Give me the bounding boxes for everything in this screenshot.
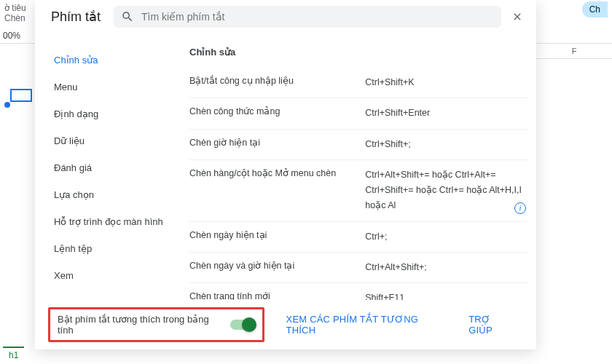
category-sidebar[interactable]: Chỉnh sửaMenuĐịnh dạngDữ liệuĐánh giáLựa… bbox=[51, 33, 176, 300]
sidebar-item[interactable]: Chỉnh sửa bbox=[51, 47, 170, 74]
spreadsheet-grid: F bbox=[536, 44, 612, 349]
sidebar-item[interactable]: Menu bbox=[51, 74, 170, 100]
shortcut-keys: Ctrl+Shift+Enter bbox=[365, 106, 527, 121]
shortcut-row: Chèn công thức mảngCtrl+Shift+Enter bbox=[189, 98, 527, 129]
info-icon[interactable]: i bbox=[514, 202, 526, 214]
dialog-body: Chỉnh sửaMenuĐịnh dạngDữ liệuĐánh giáLựa… bbox=[35, 33, 536, 300]
share-button-fragment[interactable]: Ch bbox=[582, 1, 608, 17]
shortcut-list[interactable]: Chỉnh sửa Bật/tắt công cụ nhập liệuCtrl+… bbox=[176, 33, 536, 300]
search-input[interactable] bbox=[141, 11, 494, 23]
keyboard-shortcuts-dialog: Phím tắt Chỉnh sửaMenuĐịnh dạngDữ liệuĐá… bbox=[35, 0, 536, 349]
shortcut-row: Chèn trang tính mớiShift+F11Alt+Shift+F1… bbox=[189, 283, 527, 300]
compat-toggle-label: Bật phím tắt tương thích trong bảng tính bbox=[58, 314, 223, 336]
sidebar-item[interactable]: Xem bbox=[51, 262, 170, 289]
shortcut-label: Chèn công thức mảng bbox=[189, 106, 365, 116]
shortcut-row: Chèn ngày và giờ hiện tạiCtrl+Alt+Shift+… bbox=[189, 253, 527, 283]
shortcut-keys: Ctrl+Alt+Shift+; bbox=[365, 260, 527, 275]
sidebar-item[interactable]: Dữ liệu bbox=[51, 127, 170, 154]
shortcut-keys: Ctrl+Alt+Shift+= hoặc Ctrl+Alt+=Ctrl+Shi… bbox=[365, 167, 527, 214]
compat-toggle[interactable] bbox=[230, 320, 254, 330]
cell-selection-handle[interactable] bbox=[4, 102, 10, 108]
toggle-knob bbox=[242, 317, 256, 332]
dialog-footer: Bật phím tắt tương thích trong bảng tính… bbox=[35, 300, 536, 349]
view-compat-shortcuts-link[interactable]: Xem các phím tắt tương thích bbox=[279, 309, 455, 340]
dialog-header: Phím tắt bbox=[35, 0, 536, 33]
shortcut-label: Chèn trang tính mới bbox=[189, 290, 365, 300]
zoom-level[interactable]: 00% bbox=[3, 31, 20, 41]
shortcut-keys: Ctrl+; bbox=[365, 229, 527, 245]
sidebar-item[interactable]: Đánh giá bbox=[51, 154, 170, 181]
shortcut-label: Chèn giờ hiện tại bbox=[189, 137, 365, 148]
shortcut-label: Chèn ngày hiện tại bbox=[189, 229, 365, 240]
shortcut-label: Bật/tắt công cụ nhập liệu bbox=[189, 75, 365, 86]
shortcut-row: Chèn ngày hiện tạiCtrl+; bbox=[189, 222, 527, 253]
shortcut-keys: Ctrl+Shift+; bbox=[365, 137, 527, 152]
shortcut-keys: Shift+F11Alt+Shift+F1 hoặc Alt+H,I,S hoặ… bbox=[365, 290, 527, 300]
shortcut-row: Chèn hàng/cột hoặc Mở menu chènCtrl+Alt+… bbox=[189, 160, 527, 222]
close-icon bbox=[511, 11, 523, 23]
search-field[interactable] bbox=[114, 6, 501, 28]
shortcut-row: Bật/tắt công cụ nhập liệuCtrl+Shift+K bbox=[189, 68, 527, 98]
section-heading: Chỉnh sửa bbox=[189, 47, 527, 68]
shortcut-label: Chèn hàng/cột hoặc Mở menu chèn bbox=[189, 167, 365, 178]
sidebar-item[interactable]: Lệnh tệp bbox=[51, 235, 170, 262]
sidebar-item[interactable]: Hỗ trợ trình đọc màn hình bbox=[51, 208, 170, 235]
column-header-f[interactable]: F bbox=[536, 44, 612, 59]
bg-menu-fragment: ờ tiêu Chèn bbox=[0, 0, 31, 26]
compat-toggle-highlight: Bật phím tắt tương thích trong bảng tính bbox=[48, 307, 264, 342]
sidebar-item[interactable]: Định dạng bbox=[51, 100, 170, 127]
dialog-title: Phím tắt bbox=[51, 9, 101, 25]
sheet-tab[interactable]: h1 bbox=[3, 347, 24, 363]
close-button[interactable] bbox=[507, 7, 527, 27]
shortcut-row: Chèn giờ hiện tạiCtrl+Shift+; bbox=[189, 130, 527, 160]
active-cell-outline bbox=[10, 89, 32, 102]
help-link[interactable]: Trợ giúp bbox=[461, 309, 523, 340]
sidebar-item[interactable]: Lựa chọn bbox=[51, 181, 170, 208]
shortcut-label: Chèn ngày và giờ hiện tại bbox=[189, 260, 365, 271]
shortcut-keys: Ctrl+Shift+K bbox=[365, 75, 527, 90]
search-icon bbox=[121, 10, 134, 23]
